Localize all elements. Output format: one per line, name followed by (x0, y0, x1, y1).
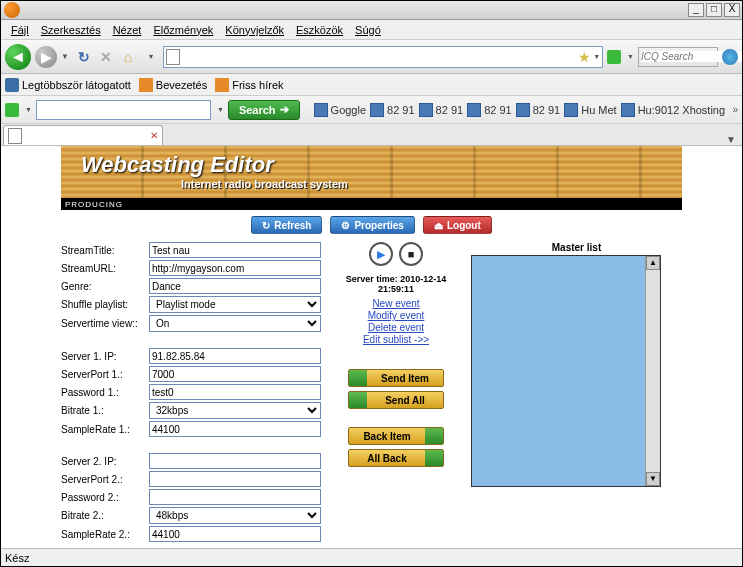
stop-button: ✕ (97, 48, 115, 66)
menu-bookmarks[interactable]: Könyvjelzők (219, 22, 290, 38)
url-dropdown-icon[interactable]: ▼ (593, 53, 600, 60)
master-list[interactable]: ▲ ▼ (471, 255, 661, 487)
toolbar-link-xhosting[interactable]: Hu:9012 Xhosting (621, 103, 725, 117)
bookmark-latest-news[interactable]: Friss hírek (215, 78, 283, 92)
shuffle-label: Shuffle playlist: (61, 299, 149, 310)
toolbar-link-1[interactable]: 82 91 (370, 103, 415, 117)
server1-ip-label: Server 1. IP: (61, 351, 149, 362)
browser-tab[interactable]: ✕ (3, 125, 163, 145)
modify-event-link[interactable]: Modify event (331, 310, 461, 321)
menu-help[interactable]: Súgó (349, 22, 387, 38)
master-list-title: Master list (471, 242, 682, 253)
link-icon (314, 103, 328, 117)
genre-input[interactable] (149, 278, 321, 294)
link-icon (419, 103, 433, 117)
home-button[interactable]: ⌂ (119, 48, 137, 66)
page-icon (166, 49, 180, 65)
servertime-view-select[interactable]: On (149, 315, 321, 332)
server2-pass-label: Password 2.: (61, 492, 149, 503)
forward-button[interactable]: ▶ (35, 46, 57, 68)
scroll-up-icon[interactable]: ▲ (646, 256, 660, 270)
server2-bitrate-select[interactable]: 48kbps (149, 507, 321, 524)
stream-url-label: StreamURL: (61, 263, 149, 274)
stream-title-input[interactable] (149, 242, 321, 258)
minimize-button[interactable]: _ (688, 3, 704, 17)
rss-icon (215, 78, 229, 92)
link-icon (516, 103, 530, 117)
action-row: ↻ Refresh ⚙ Properties ⏏ Logout (61, 216, 682, 234)
delete-event-link[interactable]: Delete event (331, 322, 461, 333)
stop-playback-button[interactable]: ■ (399, 242, 423, 266)
scroll-down-icon[interactable]: ▼ (646, 472, 660, 486)
edit-sublist-link[interactable]: Edit sublist ->> (331, 334, 461, 345)
menu-view[interactable]: Nézet (107, 22, 148, 38)
icq-dropdown-icon[interactable]: ▼ (627, 53, 634, 60)
maximize-button[interactable]: □ (706, 3, 722, 17)
messenger-icon[interactable] (722, 49, 738, 65)
bookmark-getting-started[interactable]: Bevezetés (139, 78, 207, 92)
toolbar-search-input[interactable] (36, 100, 211, 120)
server1-sample-label: SampleRate 1.: (61, 424, 149, 435)
link-icon (370, 103, 384, 117)
search-toolbar: ▼ ▼ Search➔ Goggle 82 91 82 91 82 91 82 … (1, 96, 742, 124)
url-bar[interactable]: ★ ▼ (163, 46, 603, 68)
close-button[interactable]: X (724, 3, 740, 17)
logout-button[interactable]: ⏏ Logout (423, 216, 492, 234)
server2-ip-input[interactable] (149, 453, 321, 469)
search-box[interactable] (638, 47, 718, 67)
search-dropdown-icon[interactable]: ▼ (217, 106, 224, 113)
server1-ip-input[interactable] (149, 348, 321, 364)
menu-history[interactable]: Előzmények (147, 22, 219, 38)
shuffle-select[interactable]: Playlist mode (149, 296, 321, 313)
menu-edit[interactable]: Szerkesztés (35, 22, 107, 38)
reload-button[interactable]: ↻ (75, 48, 93, 66)
bookmark-star-icon[interactable]: ★ (578, 49, 591, 65)
server1-sample-input[interactable] (149, 421, 321, 437)
all-back-button[interactable]: All Back (348, 449, 444, 467)
stream-url-input[interactable] (149, 260, 321, 276)
server2-sample-input[interactable] (149, 526, 321, 542)
properties-button[interactable]: ⚙ Properties (330, 216, 414, 234)
server1-port-input[interactable] (149, 366, 321, 382)
overflow-icon[interactable]: » (732, 104, 738, 115)
tab-close-icon[interactable]: ✕ (150, 130, 158, 141)
toolbar-link-goggle[interactable]: Goggle (314, 103, 366, 117)
statusbar: Kész (1, 548, 742, 566)
toolbar-link-humet[interactable]: Hu Met (564, 103, 616, 117)
toolbar-icon[interactable] (5, 103, 19, 117)
status-text: Kész (5, 552, 29, 564)
new-event-link[interactable]: New event (331, 298, 461, 309)
server2-port-input[interactable] (149, 471, 321, 487)
tab-list-icon[interactable]: ▼ (726, 134, 736, 145)
back-item-button[interactable]: Back Item (348, 427, 444, 445)
refresh-button[interactable]: ↻ Refresh (251, 216, 322, 234)
toolbar-link-3[interactable]: 82 91 (467, 103, 512, 117)
server2-pass-input[interactable] (149, 489, 321, 505)
server2-ip-label: Server 2. IP: (61, 456, 149, 467)
url-input[interactable] (184, 51, 578, 63)
header-banner: Webcasting Editor Internet radio broadca… (61, 146, 682, 198)
bookmark-most-visited[interactable]: Legtöbbször látogatott (5, 78, 131, 92)
menu-tools[interactable]: Eszközök (290, 22, 349, 38)
toolbar-dropdown-icon[interactable]: ▼ (25, 106, 32, 113)
menubar: Fájl Szerkesztés Nézet Előzmények Könyvj… (1, 20, 742, 40)
history-dropdown[interactable]: ▼ (61, 52, 71, 61)
nav-dropdown-icon[interactable]: ▼ (141, 48, 159, 66)
bookmarks-toolbar: Legtöbbször látogatott Bevezetés Friss h… (1, 74, 742, 96)
back-button[interactable]: ◄ (5, 44, 31, 70)
server1-pass-input[interactable] (149, 384, 321, 400)
icq-icon[interactable] (607, 50, 621, 64)
producing-bar: PRODUCING (61, 198, 682, 210)
send-item-button[interactable]: Send Item (348, 369, 444, 387)
toolbar-link-2[interactable]: 82 91 (419, 103, 464, 117)
server1-bitrate-label: Bitrate 1.: (61, 405, 149, 416)
send-all-button[interactable]: Send All (348, 391, 444, 409)
play-button[interactable]: ▶ (369, 242, 393, 266)
menu-file[interactable]: Fájl (5, 22, 35, 38)
toolbar-link-4[interactable]: 82 91 (516, 103, 561, 117)
search-button[interactable]: Search➔ (228, 100, 300, 120)
link-icon (467, 103, 481, 117)
stream-title-label: StreamTitle: (61, 245, 149, 256)
server2-port-label: ServerPort 2.: (61, 474, 149, 485)
server1-bitrate-select[interactable]: 32kbps (149, 402, 321, 419)
